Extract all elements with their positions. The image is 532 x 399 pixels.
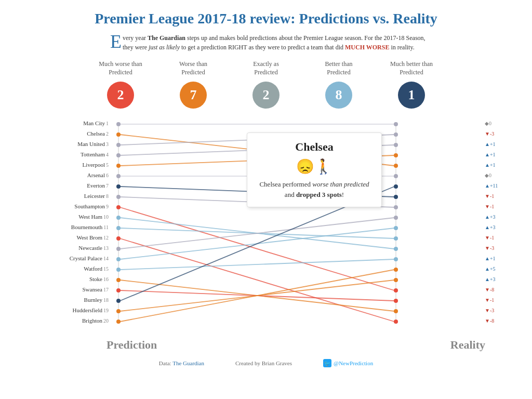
teams-left: Man City 1Chelsea 2Man United 3Tottenham…	[21, 118, 112, 326]
delta-bournemouth: ▲+3	[483, 222, 511, 232]
team-name-west-ham: West Ham 10	[21, 211, 112, 222]
svg-point-4	[394, 122, 398, 126]
delta-stoke: ▲+3	[483, 274, 511, 284]
category-much-worse: Much worse thanPredicted	[84, 60, 157, 76]
category-worse: Worse thanPredicted	[157, 60, 230, 76]
svg-point-48	[116, 278, 121, 282]
footer-data: Data: The Guardian	[159, 360, 204, 366]
svg-point-3	[116, 122, 121, 126]
svg-point-55	[394, 184, 398, 189]
svg-point-6	[116, 132, 121, 137]
team-name-crystal-palace: Crystal Palace 14	[21, 253, 112, 263]
tooltip-team-name: Chelsea	[257, 140, 372, 154]
category-exact: Exactly asPredicted	[230, 60, 302, 76]
delta-west-ham: ▲+3	[483, 211, 511, 222]
categories-row: Much worse thanPredicted Worse thanPredi…	[16, 60, 516, 76]
team-name-newcastle: Newcastle 13	[21, 243, 112, 253]
circles-row: 2 7 2 8 1	[16, 82, 516, 109]
svg-point-7	[394, 164, 398, 168]
svg-point-57	[116, 309, 121, 313]
team-name-huddersfield: Huddersfield 19	[21, 305, 112, 315]
category-better: Better thanPredicted	[302, 60, 375, 76]
svg-point-16	[394, 153, 398, 157]
svg-point-22	[394, 195, 398, 199]
count-much-worse: 2	[107, 82, 134, 109]
circle-much-worse: 2	[84, 82, 157, 109]
svg-point-39	[116, 247, 121, 251]
svg-point-60	[116, 320, 121, 324]
delta-everton: ▲+11	[483, 180, 511, 191]
page-container: Premier League 2017-18 review: Predictio…	[0, 0, 532, 378]
highlight-text: MUCH WORSE	[345, 44, 389, 51]
intro-text: E very year The Guardian steps up and ma…	[105, 33, 427, 52]
prediction-label: Prediction	[107, 338, 157, 352]
svg-point-19	[394, 174, 398, 178]
drop-cap: E	[110, 32, 122, 51]
team-name-liverpool: Liverpool 5	[21, 159, 112, 170]
reality-label: Reality	[450, 338, 485, 352]
guardian-link[interactable]: The Guardian	[172, 360, 204, 366]
svg-point-42	[116, 257, 121, 261]
delta-liverpool: ▲+1	[483, 159, 511, 170]
svg-point-40	[394, 216, 398, 220]
svg-point-12	[116, 153, 121, 157]
svg-point-34	[394, 236, 398, 241]
team-name-watford: Watford 15	[21, 263, 112, 274]
svg-point-52	[394, 299, 398, 303]
delta-west-brom: ▼-1	[483, 232, 511, 243]
delta-man-city: ◆0	[483, 118, 511, 128]
svg-point-27	[116, 205, 121, 209]
delta-watford: ▲+5	[483, 263, 511, 274]
svg-point-43	[394, 226, 398, 230]
twitter-handle: @NewPrediction	[334, 360, 373, 366]
count-worse: 7	[180, 82, 207, 109]
right-labels: ◆0▼-3▲+1▲+1▲+1◆0▲+11▼-1▼-1▲+3▲+3▼-1▼-3▲+…	[483, 118, 511, 326]
svg-point-21	[116, 184, 121, 189]
svg-point-37	[394, 320, 398, 324]
svg-point-24	[116, 195, 121, 199]
delta-brighton: ▼-8	[483, 315, 511, 326]
circle-better: 8	[302, 82, 375, 109]
svg-point-25	[394, 205, 398, 209]
team-name-man-city: Man City 1	[21, 118, 112, 128]
delta-huddersfield: ▼-3	[483, 305, 511, 315]
circle-worse: 7	[157, 82, 230, 109]
svg-point-18	[116, 174, 121, 178]
svg-point-9	[116, 143, 121, 147]
team-name-man-united: Man United 3	[21, 139, 112, 149]
page-title: Premier League 2017-18 review: Predictio…	[16, 10, 516, 27]
team-name-arsenal: Arsenal 6	[21, 170, 112, 180]
guardian-name: The Guardian	[148, 34, 185, 42]
footer-created: Created by Brian Graves	[235, 360, 292, 366]
team-name-southampton: Southampton 9	[21, 201, 112, 211]
svg-point-30	[116, 216, 121, 220]
circle-exact: 2	[230, 82, 302, 109]
count-exact: 2	[252, 82, 280, 109]
svg-point-46	[394, 257, 398, 261]
svg-point-15	[116, 164, 121, 168]
team-name-tottenham: Tottenham 4	[21, 149, 112, 159]
circle-much-better: 1	[375, 82, 448, 109]
svg-point-54	[116, 299, 121, 303]
team-name-everton: Everton 7	[21, 180, 112, 191]
svg-line-44	[120, 259, 394, 270]
twitter-icon: 🐦	[323, 359, 331, 367]
svg-line-59	[120, 270, 394, 322]
delta-crystal-palace: ▲+1	[483, 253, 511, 263]
svg-point-61	[394, 268, 398, 272]
tooltip-box: Chelsea 😞🚶 Chelsea performed worse than …	[247, 132, 382, 207]
chart-area: Chelsea 😞🚶 Chelsea performed worse than …	[112, 118, 483, 331]
delta-leicester: ▼-1	[483, 191, 511, 201]
svg-point-28	[394, 288, 398, 292]
team-name-bournemouth: Bournemouth 11	[21, 222, 112, 232]
delta-newcastle: ▼-3	[483, 243, 511, 253]
twitter-link[interactable]: 🐦 @NewPrediction	[323, 359, 373, 367]
team-name-chelsea: Chelsea 2	[21, 128, 112, 139]
svg-point-33	[116, 226, 121, 230]
svg-point-49	[394, 309, 398, 313]
footer: Data: The Guardian Created by Brian Grav…	[16, 359, 516, 367]
team-name-swansea: Swansea 17	[21, 284, 112, 295]
delta-tottenham: ▲+1	[483, 149, 511, 159]
delta-southampton: ▼-1	[483, 201, 511, 211]
svg-line-26	[120, 207, 394, 290]
